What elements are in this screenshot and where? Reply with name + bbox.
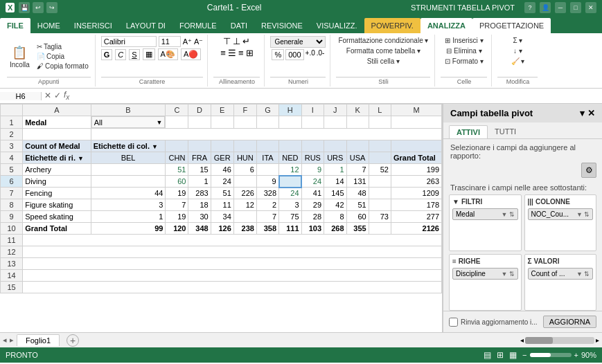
pivot-field-medal[interactable]: Medal ▼ ⇅: [452, 208, 518, 220]
col-header-f[interactable]: F: [233, 104, 256, 116]
cell-b10[interactable]: 99: [91, 223, 166, 235]
conditional-format-button[interactable]: Formattazione condizionale ▾: [336, 36, 430, 45]
field-countof-move[interactable]: ⇅: [584, 271, 590, 277]
cell-c5[interactable]: 51: [166, 164, 188, 176]
close-icon[interactable]: ✕: [585, 2, 596, 13]
pivot-field-countof[interactable]: Count of ... ▼ ⇅: [528, 268, 594, 280]
cell-e4[interactable]: GER: [211, 152, 233, 164]
cell-j7[interactable]: 145: [324, 188, 346, 199]
medal-filter-dropdown[interactable]: ▼: [156, 119, 162, 126]
font-color-button[interactable]: A🔴: [181, 48, 201, 60]
tab-visualizz[interactable]: VISUALIZZ.: [310, 18, 364, 33]
cell-k8[interactable]: 51: [346, 199, 369, 211]
col-header-a[interactable]: A: [23, 104, 91, 116]
cell-g1[interactable]: [256, 116, 278, 129]
cell-k5[interactable]: 7: [346, 164, 369, 176]
col-header-i[interactable]: I: [301, 104, 324, 116]
cell-i4[interactable]: RUS: [301, 152, 324, 164]
field-noc-dropdown[interactable]: ▼: [576, 211, 583, 218]
cell-a10[interactable]: Grand Total: [23, 223, 91, 235]
cell-m10[interactable]: 2126: [391, 223, 441, 235]
cell-e8[interactable]: 11: [211, 199, 233, 211]
cell-f10[interactable]: 238: [233, 223, 256, 235]
col-header-l[interactable]: L: [369, 104, 391, 116]
cell-e9[interactable]: 34: [211, 211, 233, 223]
paste-button[interactable]: 📋 Incolla: [7, 44, 33, 70]
col-header-h[interactable]: H: [279, 104, 301, 116]
cell-j5[interactable]: 1: [324, 164, 346, 176]
cell-a4[interactable]: Etichette di ri. ▼: [23, 152, 91, 164]
cell-c3[interactable]: [166, 140, 188, 152]
zoom-in-icon[interactable]: +: [574, 351, 578, 359]
fill-color-button[interactable]: A🎨: [158, 48, 178, 60]
cell-h6[interactable]: [279, 176, 301, 188]
cell-i5[interactable]: 9: [301, 164, 324, 176]
align-top-icon[interactable]: ⊤: [223, 36, 231, 46]
thousands-button[interactable]: 000: [285, 49, 303, 60]
field-noc-move[interactable]: ⇅: [584, 211, 590, 218]
tab-dati[interactable]: DATI: [224, 18, 254, 33]
pivot-panel-close-icon[interactable]: ✕: [587, 108, 595, 118]
cell-j9[interactable]: 8: [324, 211, 346, 223]
cell-c10[interactable]: 120: [166, 223, 188, 235]
scroll-right-icon[interactable]: ▸: [596, 336, 599, 344]
cell-h8[interactable]: 3: [279, 199, 301, 211]
copy-button[interactable]: 📄 Copia: [35, 52, 91, 61]
cell-a6[interactable]: Diving: [23, 176, 91, 188]
minimize-icon[interactable]: ─: [555, 2, 566, 13]
pivot-field-discipline[interactable]: Discipline ▼ ⇅: [452, 268, 518, 280]
format-table-button[interactable]: Formatta come tabella ▾: [344, 46, 423, 55]
cell-m7[interactable]: 1209: [391, 188, 441, 199]
delete-button[interactable]: ⊟ Elimina ▾: [444, 46, 484, 55]
empty-row-12[interactable]: [23, 246, 442, 258]
rinvia-check-label[interactable]: Rinvia aggiornamento i...: [449, 318, 538, 327]
cut-button[interactable]: ✂ Taglia: [35, 42, 91, 51]
cell-j3[interactable]: [324, 140, 346, 152]
cell-g10[interactable]: 358: [256, 223, 278, 235]
cell-k7[interactable]: 48: [346, 188, 369, 199]
cell-k6[interactable]: 131: [346, 176, 369, 188]
cell-m9[interactable]: 277: [391, 211, 441, 223]
zoom-slider[interactable]: [530, 353, 572, 357]
cell-b1[interactable]: All ▼: [91, 116, 166, 128]
add-sheet-button[interactable]: +: [67, 334, 79, 347]
col-header-d[interactable]: D: [188, 104, 211, 116]
cell-c4[interactable]: CHN: [166, 152, 188, 164]
border-button[interactable]: ▦: [143, 48, 155, 60]
cell-g9[interactable]: 7: [256, 211, 278, 223]
wrap-text-icon[interactable]: ↵: [242, 36, 250, 46]
field-discipline-move[interactable]: ⇅: [509, 271, 515, 277]
number-format-select[interactable]: Generale: [270, 36, 326, 48]
page-break-icon[interactable]: ▦: [509, 350, 517, 360]
field-medal-move[interactable]: ⇅: [509, 211, 515, 218]
cell-d1[interactable]: [188, 116, 211, 129]
empty-row-13[interactable]: [23, 258, 442, 270]
font-name-input[interactable]: [101, 36, 157, 47]
format-painter-button[interactable]: 🖌 Copia formato: [35, 62, 91, 71]
cell-l5[interactable]: 52: [369, 164, 391, 176]
cell-i8[interactable]: 29: [301, 199, 324, 211]
merge-cells-icon[interactable]: ⊞: [246, 48, 254, 58]
cell-k10[interactable]: 355: [346, 223, 369, 235]
cell-k3[interactable]: [346, 140, 369, 152]
col-header-g[interactable]: G: [256, 104, 278, 116]
cell-styles-button[interactable]: Stili cella ▾: [365, 57, 402, 66]
field-discipline-dropdown[interactable]: ▼: [502, 271, 508, 277]
cell-h10[interactable]: 111: [279, 223, 301, 235]
cell-b9[interactable]: 1: [91, 211, 166, 223]
tab-layout[interactable]: LAYOUT DI: [119, 18, 172, 33]
cell-b3[interactable]: Etichette di col. ▼: [91, 140, 166, 152]
cell-f7[interactable]: 226: [233, 188, 256, 199]
cell-a3[interactable]: Count of Medal: [23, 140, 91, 152]
cell-h3[interactable]: [279, 140, 301, 152]
cell-c9[interactable]: 19: [166, 211, 188, 223]
cell-l7[interactable]: [369, 188, 391, 199]
pivot-field-noc[interactable]: NOC_Cou... ▼ ⇅: [528, 208, 594, 220]
cell-i1[interactable]: [301, 116, 324, 129]
save-icon[interactable]: 💾: [19, 2, 30, 13]
cell-d7[interactable]: 283: [188, 188, 211, 199]
pivot-gear-button[interactable]: ⚙: [581, 163, 596, 178]
cell-j4[interactable]: URS: [324, 152, 346, 164]
cell-b7[interactable]: 44: [91, 188, 166, 199]
page-layout-icon[interactable]: ⊞: [497, 350, 504, 360]
